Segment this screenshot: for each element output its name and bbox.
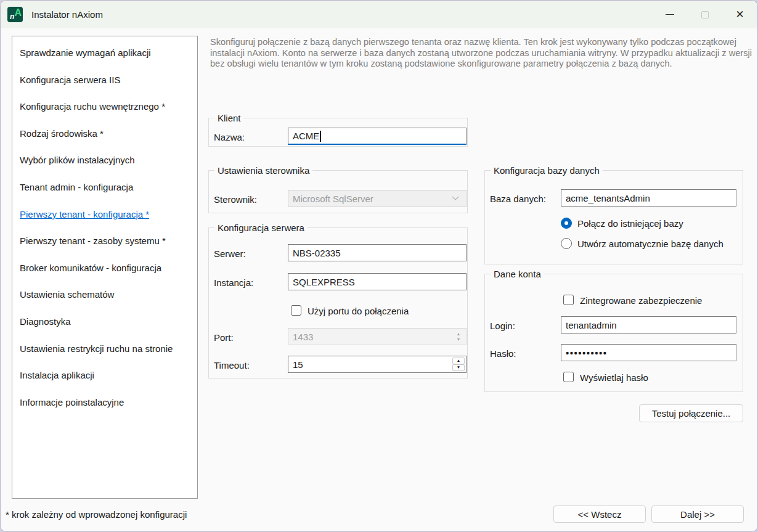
maximize-icon [687,1,722,28]
serwer-label: Serwer: [214,248,246,259]
sidebar-item-srodowisko[interactable]: Rodzaj środowiska * [20,128,197,155]
polacz-radio[interactable] [561,218,572,229]
group-serwer-legend: Konfiguracja serwera [214,222,308,234]
back-button[interactable]: << Wstecz [553,505,646,523]
group-sterownik: Ustawienia sterownika Sterownik: Microso… [208,170,468,213]
test-connection-button[interactable]: Testuj połączenie... [639,404,743,422]
serwer-input[interactable]: NBS-02335 [288,244,467,261]
sidebar-item-diagnostyka[interactable]: Diagnostyka [20,316,197,343]
wyswietlaj-haslo-checkbox[interactable] [563,372,574,382]
sterownik-value: Microsoft SqlServer [293,194,373,204]
sidebar-item-pierwszy-tenant-konfiguracja[interactable]: Pierwszy tenant - konfiguracja * [20,208,197,235]
port-value: 1433 [293,332,313,342]
window-title: Instalator nAxiom [31,9,103,20]
steps-sidebar: Sprawdzanie wymagań aplikacji Konfigurac… [12,36,198,499]
sidebar-item-schematy[interactable]: Ustawienia schematów [20,289,197,316]
polacz-radio-label: Połącz do istniejącej bazy [577,218,683,229]
sidebar-item-ruch-wewnetrzny[interactable]: Konfiguracja ruchu wewnętrznego * [20,100,197,128]
wyswietlaj-haslo-label: Wyświetlaj hasło [580,372,648,383]
baza-danych-value: acme_tenantsAdmin [566,193,650,203]
haslo-label: Hasło: [490,348,516,359]
baza-danych-label: Baza danych: [490,194,546,204]
installer-window: n A Instalator nAxiom ✕ Sprawdzanie wyma… [0,0,758,532]
haslo-input[interactable]: •••••••••• [561,344,736,361]
sidebar-item-iis[interactable]: Konfiguracja serwera IIS [20,74,197,101]
sterownik-dropdown: Microsoft SqlServer [288,190,467,207]
instancja-value: SQLEXPRESS [293,277,355,287]
footnote: * krok zależny od wprowadzonej konfigura… [6,509,187,520]
timeout-label: Timeout: [214,360,250,370]
timeout-input[interactable]: 15 ▲▼ [288,356,467,373]
group-sterownik-legend: Ustawienia sterownika [214,165,312,176]
uzyj-portu-checkbox[interactable] [291,305,301,316]
close-icon[interactable]: ✕ [722,1,757,28]
chevron-down-icon [452,194,458,200]
uzyj-portu-label: Użyj portu do połączenia [308,306,409,316]
group-dane-konta: Dane konta Zintegrowane zabezpieczenie L… [484,274,743,392]
sidebar-item-instalacja[interactable]: Instalacja aplikacji [20,369,197,396]
app-logo-n: n [10,13,14,20]
port-input: 1433 ▲▼ [288,328,467,345]
sidebar-item-restrykcje[interactable]: Ustawienia restrykcji ruchu na stronie [20,343,197,370]
app-logo-icon: n A [7,7,23,22]
timeout-spinner[interactable]: ▲▼ [452,358,465,371]
title-bar: n A Instalator nAxiom ✕ [1,1,757,28]
minimize-icon[interactable] [652,1,687,28]
group-konto-legend: Dane konta [491,268,544,280]
baza-danych-input[interactable]: acme_tenantsAdmin [561,189,736,207]
sidebar-item-pliki[interactable]: Wybór plików instalacyjnych [20,154,197,181]
sidebar-item-wymagania[interactable]: Sprawdzanie wymagań aplikacji [20,47,197,74]
sterownik-label: Sterownik: [214,194,257,205]
zintegrowane-label: Zintegrowane zabezpieczenie [580,295,702,306]
next-button[interactable]: Dalej >> [651,505,744,523]
spin-down-icon[interactable]: ▼ [452,364,465,371]
group-serwer: Konfiguracja serwera Serwer: NBS-02335 I… [208,227,468,379]
timeout-value: 15 [293,359,303,370]
instancja-input[interactable]: SQLEXPRESS [288,273,467,290]
app-logo-a: A [14,8,22,18]
zintegrowane-checkbox[interactable] [563,295,574,305]
sidebar-item-zasoby-systemu[interactable]: Pierwszy tenant - zasoby systemu * [20,235,197,262]
sidebar-item-poinstalacyjne[interactable]: Informacje poinstalacyjne [20,396,197,424]
port-label: Port: [214,332,234,343]
spin-up-icon[interactable]: ▲ [452,358,465,364]
nazwa-input[interactable]: ACME [288,128,467,145]
group-baza-legend: Konfiguracja bazy danych [491,165,603,176]
port-spinner-icon: ▲▼ [453,330,464,343]
haslo-value: •••••••••• [566,348,608,358]
instancja-label: Instancja: [214,277,253,288]
group-baza-danych: Konfiguracja bazy danych Baza danych: ac… [484,170,743,264]
login-label: Login: [490,321,515,331]
window-controls: ✕ [652,1,757,28]
utworz-radio[interactable] [561,238,572,249]
nazwa-value: ACME [293,131,319,141]
serwer-value: NBS-02335 [293,248,341,258]
login-input[interactable]: tenantadmin [561,316,736,334]
sidebar-item-tenant-admin[interactable]: Tenant admin - konfiguracja [20,181,197,208]
sidebar-item-broker[interactable]: Broker komunikatów - konfiguracja [20,262,197,289]
login-value: tenantadmin [566,320,617,330]
text-caret [320,131,321,142]
utworz-radio-label: Utwórz automatycznie bazę danych [577,239,723,249]
group-klient: Klient Nazwa: ACME [208,118,468,147]
nazwa-label: Nazwa: [214,132,245,142]
group-klient-legend: Klient [214,112,244,124]
step-description: Skonfiguruj połączenie z bazą danych pie… [210,37,755,70]
